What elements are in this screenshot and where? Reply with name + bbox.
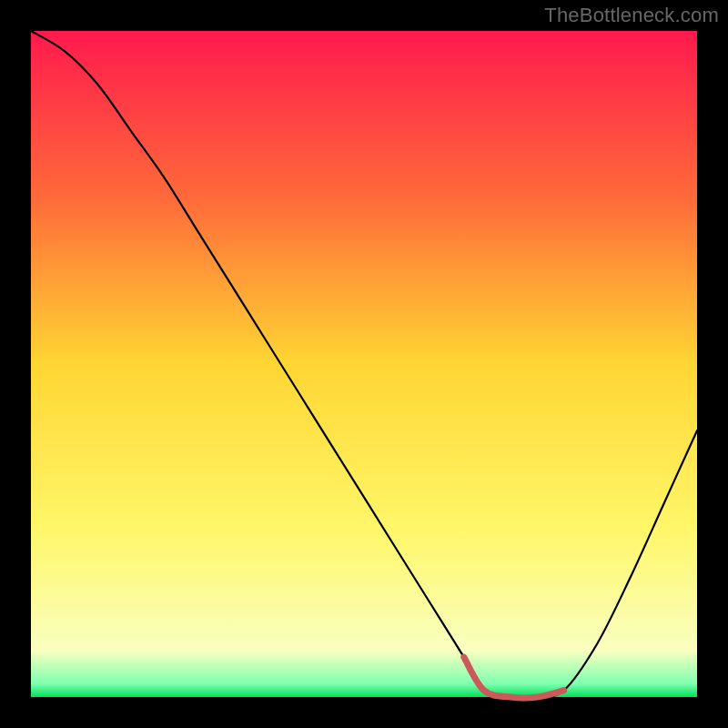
attribution-label: TheBottleneck.com: [544, 4, 719, 27]
chart-container: TheBottleneck.com: [0, 0, 728, 728]
bottleneck-chart: [0, 0, 728, 728]
